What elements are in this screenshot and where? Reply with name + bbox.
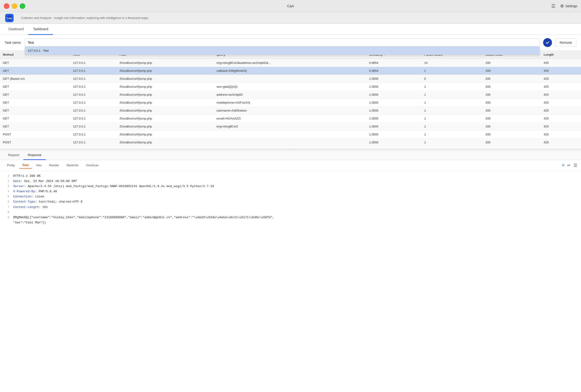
code-line: 2Date: Sat, 23 Mar 2024 10:56:08 GMT xyxy=(5,179,576,184)
table-cell xyxy=(214,75,366,83)
line-number: 1 xyxy=(5,174,9,179)
maximize-button[interactable] xyxy=(20,3,25,9)
requests-table: Method Host Path Query Similarity ↑ Para… xyxy=(0,50,581,149)
code-area: 1HTTP/1.1 200 OK2Date: Sat, 23 Mar 2024 … xyxy=(0,171,581,392)
hamburger-icon[interactable]: ☰ xyxy=(551,3,556,9)
svg-text:CaA: CaA xyxy=(7,17,12,20)
table-cell: /DoraBox/csrf/jsonp.php xyxy=(117,59,214,67)
table-row[interactable]: GET (Based on)127.0.0.1/DoraBox/csrf/jso… xyxy=(0,75,581,83)
table-cell: GET xyxy=(0,123,70,130)
confirm-button[interactable] xyxy=(543,38,552,47)
header-value: Sat, 23 Mar 2024 10:56:08 GMT xyxy=(22,179,77,183)
table-cell: 14 xyxy=(421,59,483,67)
minimize-button[interactable] xyxy=(12,3,17,9)
code-line: 5Connection: close xyxy=(5,194,576,199)
table-cell xyxy=(214,138,366,146)
table-cell: 1 xyxy=(421,130,483,138)
table-cell: 1.0000 xyxy=(366,75,422,83)
header-value: Apache/2.4.54 (Unix) mod_fastcgi/mod_fas… xyxy=(26,185,214,188)
table-row[interactable]: GET127.0.0.1/DoraBox/csrf/jsonp.phpusern… xyxy=(0,107,581,115)
task-name-input[interactable] xyxy=(25,38,540,46)
table-cell: address=acGnlpbD xyxy=(214,91,366,99)
settings-button[interactable]: ⚙ Settings xyxy=(560,3,577,9)
table-cell: 435 xyxy=(541,59,581,67)
code-line: 6Content-Type: text/html; charset=UTF-8 xyxy=(5,199,576,204)
table-cell: 127.0.0.1 xyxy=(70,107,117,115)
table-cell: 127.0.0.1 xyxy=(70,75,117,83)
traffic-lights xyxy=(4,3,25,9)
table-cell: GET xyxy=(0,115,70,123)
code-line: 7Content-Length: 161 xyxy=(5,205,576,210)
table-row[interactable]: GET127.0.0.1/DoraBox/csrf/jsonp.phpmobil… xyxy=(0,99,581,107)
remove-button[interactable]: Remove xyxy=(555,38,576,46)
table-row[interactable]: GET127.0.0.1/DoraBox/csrf/jsonp.phpsex=g… xyxy=(0,83,581,91)
table-cell: /DoraBox/csrf/jsonp.php xyxy=(117,115,214,123)
task-name-input-wrap: 127.0.0.1 - Test xyxy=(25,38,540,46)
line-number: 5 xyxy=(5,194,9,199)
tab-databoard[interactable]: Databoard xyxy=(4,24,28,35)
view-tab-pretty[interactable]: Pretty xyxy=(4,162,18,168)
tab-request[interactable]: Request xyxy=(4,151,24,160)
resize-handle[interactable]: · · · xyxy=(0,149,581,151)
line-content: HTTP/1.1 200 OK xyxy=(13,174,576,179)
line-number: 7 xyxy=(5,205,9,210)
table-cell: 127.0.0.1 xyxy=(70,83,117,91)
table-cell: GET (Based on) xyxy=(0,75,70,83)
header-key: Connection: xyxy=(13,195,33,198)
code-line: 1HTTP/1.1 200 OK xyxy=(5,174,576,179)
view-tab-onescan[interactable]: OneScan xyxy=(83,162,102,168)
close-button[interactable] xyxy=(4,3,9,9)
table-row[interactable]: GET127.0.0.1/DoraBox/csrf/jsonp.phpaddre… xyxy=(0,91,581,99)
line-content: Content-Length: 161 xyxy=(13,205,576,210)
wrap-icon[interactable]: ↵ xyxy=(567,163,571,168)
table-cell: 1.0000 xyxy=(366,130,422,138)
req-tabs: Request Response xyxy=(0,151,581,160)
col-length: Length xyxy=(541,50,581,59)
header-value: PHP/5.6.40 xyxy=(37,190,57,193)
line-content xyxy=(13,210,576,215)
view-tab-raw[interactable]: Raw xyxy=(19,162,32,169)
table-row[interactable]: GET127.0.0.1/DoraBox/csrf/jsonp.phpimg=n… xyxy=(0,59,581,67)
table-cell: POST xyxy=(0,130,70,138)
table-cell: 127.0.0.1 xyxy=(70,99,117,107)
table-cell: 127.0.0.1 xyxy=(70,115,117,123)
table-cell: 1.0000 xyxy=(366,146,422,149)
table-cell: 1.0000 xyxy=(366,83,422,91)
list-icon[interactable]: ≡ xyxy=(562,163,564,168)
table-cell: GET xyxy=(0,99,70,107)
view-tab-hex[interactable]: Hex xyxy=(33,162,45,168)
table-cell: 425 xyxy=(541,99,581,107)
view-tabs: Pretty Raw Hex Render MarkInfo OneScan ≡… xyxy=(0,160,581,171)
menu-icon[interactable]: ☰ xyxy=(574,163,577,168)
table-cell: /DoraBox/csrf/jsonp.php xyxy=(117,75,214,83)
table-cell: 200 xyxy=(483,91,541,99)
table-cell: 425 xyxy=(541,115,581,123)
table-cell: 127.0.0.1 xyxy=(70,146,117,149)
table-cell: 1.0000 xyxy=(366,115,422,123)
table-cell: 200 xyxy=(483,130,541,138)
table-row[interactable]: POST127.0.0.1/DoraBox/csrf/jsonp.php1.00… xyxy=(0,138,581,146)
tab-response[interactable]: Response xyxy=(24,151,46,160)
table-cell: email=HGActAZG xyxy=(214,115,366,123)
table-row[interactable]: GET127.0.0.1/DoraBox/csrf/jsonp.phpcallb… xyxy=(0,67,581,75)
table-row[interactable]: GET127.0.0.1/DoraBox/csrf/jsonp.phpemail… xyxy=(0,115,581,123)
table-cell: 1 xyxy=(421,107,483,115)
table-row[interactable]: POST127.0.0.1/DoraBox/csrf/jsonp.php1.00… xyxy=(0,130,581,138)
tab-taskboard[interactable]: Taskboard xyxy=(28,24,53,35)
table-cell: 200 xyxy=(483,107,541,115)
table-cell: 1 xyxy=(421,115,483,123)
table-cell: /DoraBox/csrf/jsonp.php xyxy=(117,107,214,115)
table-cell: 200 xyxy=(483,99,541,107)
view-tab-render[interactable]: Render xyxy=(46,162,62,168)
view-tab-markinfo[interactable]: MarkInfo xyxy=(63,162,82,168)
table-cell: GET xyxy=(0,83,70,91)
table-row[interactable]: GET127.0.0.1/DoraBox/csrf/jsonp.phpimg=n… xyxy=(0,123,581,130)
table-cell: /DoraBox/csrf/jsonp.php xyxy=(117,99,214,107)
table-cell: 425 xyxy=(541,130,581,138)
line-number: 4 xyxy=(5,189,9,194)
tabbar: CaA Collector and Analyzer - Insight int… xyxy=(0,12,581,24)
table-cell: 127.0.0.1 xyxy=(70,138,117,146)
autocomplete-item[interactable]: 127.0.0.1 - Test xyxy=(25,46,540,55)
code-line: "sex":"Cool Man"}) xyxy=(5,220,576,225)
line-number: 2 xyxy=(5,179,9,184)
